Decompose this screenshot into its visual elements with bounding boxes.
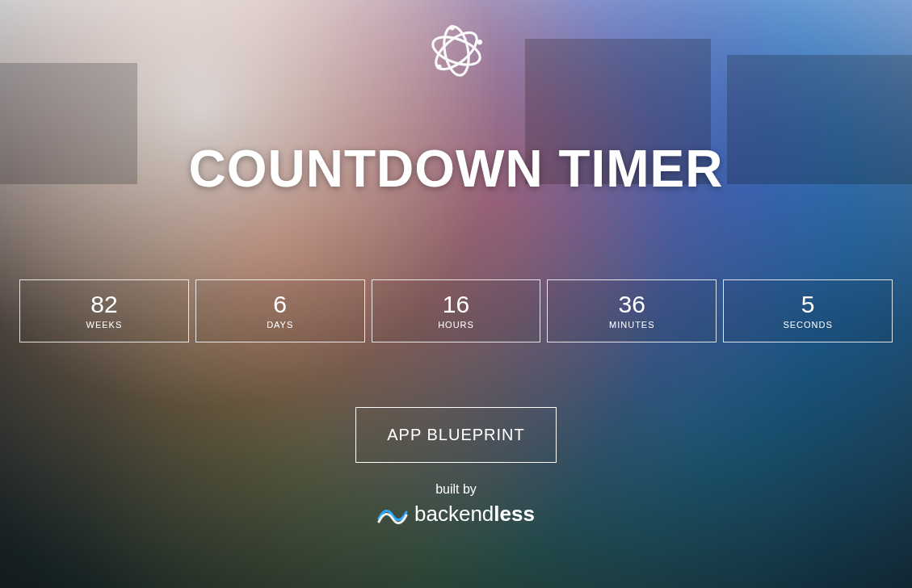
countdown-value: 16 <box>443 292 469 317</box>
countdown-value: 6 <box>273 292 287 317</box>
brand-name-primary: backend <box>414 502 494 526</box>
countdown-label: HOURS <box>438 320 474 330</box>
page: COUNTDOWN TIMER 82 WEEKS 6 DAYS 16 HOURS… <box>0 0 912 588</box>
svg-point-4 <box>436 65 441 69</box>
svg-point-3 <box>477 40 481 44</box>
swirl-logo-icon <box>420 15 493 87</box>
countdown-label: WEEKS <box>86 320 123 330</box>
built-by-footer: built by backendless <box>377 482 535 527</box>
countdown-cell-seconds: 5 SECONDS <box>723 279 893 342</box>
page-title: COUNTDOWN TIMER <box>188 139 723 199</box>
app-blueprint-button[interactable]: APP BLUEPRINT <box>355 407 556 463</box>
countdown-cell-hours: 16 HOURS <box>372 279 541 342</box>
header-logo <box>420 15 493 87</box>
svg-point-5 <box>449 25 454 30</box>
countdown-timer: 82 WEEKS 6 DAYS 16 HOURS 36 MINUTES 5 SE… <box>0 279 912 342</box>
brand-name-secondary: less <box>494 502 535 526</box>
countdown-cell-days: 6 DAYS <box>195 279 365 342</box>
countdown-value: 82 <box>90 292 117 317</box>
countdown-label: MINUTES <box>609 320 655 330</box>
brand-name: backendless <box>414 502 535 527</box>
countdown-cell-weeks: 82 WEEKS <box>19 279 189 342</box>
countdown-value: 5 <box>801 292 815 317</box>
countdown-label: SECONDS <box>783 320 832 330</box>
built-by-text: built by <box>435 482 477 497</box>
brand-logo: backendless <box>377 502 535 527</box>
countdown-label: DAYS <box>267 320 293 330</box>
countdown-value: 36 <box>619 292 645 317</box>
wave-icon <box>377 504 408 525</box>
countdown-cell-minutes: 36 MINUTES <box>547 279 717 342</box>
